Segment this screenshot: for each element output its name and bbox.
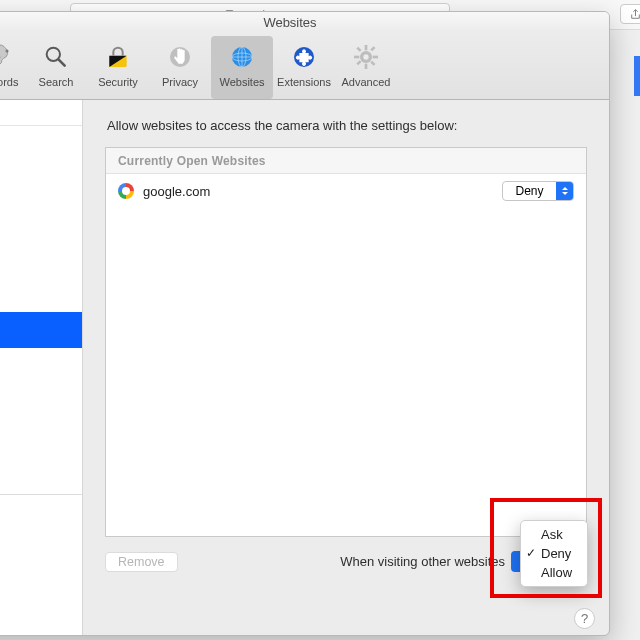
hand-stop-icon — [149, 38, 211, 76]
privacy-tab[interactable]: Privacy — [149, 36, 211, 99]
permission-select[interactable]: Deny — [502, 181, 574, 201]
help-button[interactable]: ? — [574, 608, 595, 629]
svg-rect-12 — [373, 56, 378, 59]
google-icon — [118, 183, 134, 199]
permission-value: Deny — [503, 182, 556, 200]
key-icon — [0, 38, 25, 76]
sidebar-header — [0, 100, 82, 126]
svg-point-17 — [363, 54, 368, 59]
stepper-arrows-icon — [556, 182, 573, 200]
svg-rect-9 — [365, 45, 368, 50]
share-button[interactable] — [620, 4, 640, 24]
globe-icon — [211, 38, 273, 76]
sidebar-item[interactable]: s — [0, 126, 82, 162]
puzzle-icon — [273, 38, 335, 76]
security-tab[interactable]: Security — [87, 36, 149, 99]
panel-description: Allow websites to access the camera with… — [107, 118, 587, 133]
window-edge — [634, 56, 640, 96]
list-header: Currently Open Websites — [106, 148, 586, 174]
advanced-tab[interactable]: Advanced — [335, 36, 397, 99]
websites-tab[interactable]: Websites — [211, 36, 273, 99]
search-tab[interactable]: Search — [25, 36, 87, 99]
sidebar-item-selected[interactable] — [0, 312, 82, 348]
other-sites-label: When visiting other websites — [340, 554, 511, 569]
passwords-tab[interactable]: swords — [0, 36, 25, 99]
sidebar-item[interactable]: yer — [0, 531, 82, 567]
svg-point-0 — [5, 49, 8, 52]
svg-rect-16 — [356, 60, 361, 65]
website-row[interactable]: google.com Deny — [106, 174, 586, 208]
share-icon — [629, 8, 641, 21]
sidebar: s yer — [0, 100, 83, 635]
svg-rect-11 — [354, 56, 359, 59]
magnifier-icon — [25, 38, 87, 76]
websites-list: Currently Open Websites google.com Deny — [105, 147, 587, 537]
svg-rect-15 — [370, 46, 375, 51]
annotation-highlight — [490, 498, 602, 598]
remove-button[interactable]: Remove — [105, 552, 178, 572]
lock-stripe-icon — [87, 38, 149, 76]
svg-rect-13 — [356, 47, 361, 52]
window-title: Websites — [0, 12, 609, 32]
gear-icon — [335, 38, 397, 76]
svg-rect-10 — [365, 64, 368, 69]
svg-rect-14 — [370, 61, 375, 66]
preferences-toolbar: swords Search Security Privacy Websites — [0, 32, 609, 100]
website-name: google.com — [143, 184, 502, 199]
extensions-tab[interactable]: Extensions — [273, 36, 335, 99]
